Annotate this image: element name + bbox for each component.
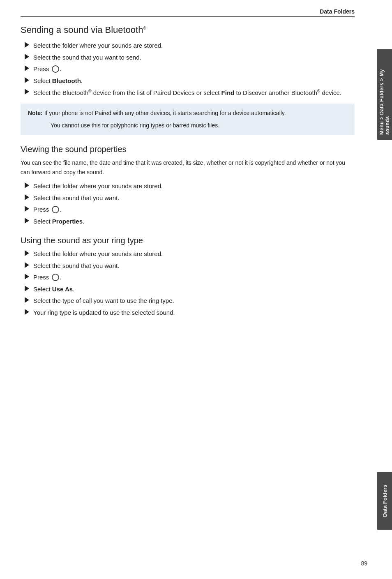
arrow-icon (25, 206, 29, 212)
arrow-icon (25, 65, 29, 71)
note-box: Note: If your phone is not Paired with a… (21, 104, 355, 135)
list-item: Select Use As. (21, 285, 355, 294)
arrow-icon (25, 77, 29, 83)
note-text1: If your phone is not Paired with any oth… (44, 110, 286, 116)
arrow-icon (25, 42, 29, 48)
arrow-icon (25, 182, 29, 188)
section3-title: Using the sound as your ring type (21, 236, 355, 245)
section2-intro: You can see the file name, the date and … (21, 158, 355, 177)
arrow-icon (25, 262, 29, 268)
list-item: Select the type of call you want to use … (21, 296, 355, 306)
page-number: 89 (361, 560, 367, 567)
right-tab-top: Menu > Data Folders > My sounds (377, 49, 392, 140)
list-item: Select the sound that you want. (21, 194, 355, 203)
arrow-icon (25, 286, 29, 291)
arrow-icon (25, 218, 29, 224)
arrow-icon (25, 309, 29, 315)
main-content: Data Folders Sending a sound via Bluetoo… (0, 0, 377, 579)
circle-button-icon (52, 65, 59, 73)
right-tab-bottom: Data Folders (377, 472, 392, 530)
page-container: Menu > Data Folders > My sounds Data Fol… (0, 0, 392, 579)
arrow-icon (25, 194, 29, 200)
list-item: Your ring type is updated to use the sel… (21, 308, 355, 318)
circle-button-icon (52, 206, 59, 213)
list-item: Select the sound that you want to send. (21, 53, 355, 62)
note-text2: You cannot use this for polyphonic ring … (51, 121, 347, 130)
list-item: Select the Bluetooth® device from the li… (21, 88, 355, 98)
list-item: Press . (21, 65, 355, 74)
arrow-icon (25, 54, 29, 60)
section1-bullet-list: Select the folder where your sounds are … (21, 41, 355, 98)
list-item: Press . (21, 273, 355, 282)
list-item: Select Properties. (21, 217, 355, 226)
page-title: Data Folders (320, 8, 355, 15)
list-item: Select Bluetooth. (21, 76, 355, 86)
note-label: Note: (28, 110, 43, 116)
arrow-icon (25, 274, 29, 279)
arrow-icon (25, 297, 29, 303)
list-item: Select the folder where your sounds are … (21, 41, 355, 51)
list-item: Select the folder where your sounds are … (21, 182, 355, 191)
section3-bullet-list: Select the folder where your sounds are … (21, 249, 355, 317)
circle-button-icon (52, 274, 59, 281)
list-item: Press . (21, 205, 355, 215)
list-item: Select the folder where your sounds are … (21, 249, 355, 259)
arrow-icon (25, 250, 29, 256)
section2-title: Viewing the sound properties (21, 145, 355, 154)
section1-title: Sending a sound via Bluetooth® (21, 25, 355, 35)
list-item: Select the sound that you want. (21, 261, 355, 271)
page-header: Data Folders (21, 8, 355, 17)
arrow-icon (25, 89, 29, 95)
section2-bullet-list: Select the folder where your sounds are … (21, 182, 355, 226)
